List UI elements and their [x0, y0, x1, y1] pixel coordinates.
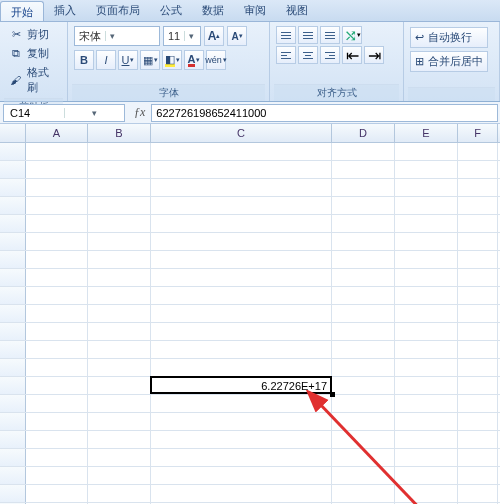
font-color-button[interactable]: A▾: [184, 50, 204, 70]
cell[interactable]: [88, 377, 151, 395]
cell[interactable]: [26, 161, 88, 179]
cell[interactable]: [151, 305, 332, 323]
cell[interactable]: [151, 467, 332, 485]
cell[interactable]: [458, 467, 498, 485]
cell[interactable]: [458, 161, 498, 179]
cell[interactable]: [151, 197, 332, 215]
cell[interactable]: [26, 305, 88, 323]
cell[interactable]: [26, 215, 88, 233]
cell[interactable]: [332, 377, 395, 395]
cell[interactable]: [332, 233, 395, 251]
cell[interactable]: [332, 395, 395, 413]
col-header-d[interactable]: D: [332, 124, 395, 142]
tab-formula[interactable]: 公式: [150, 0, 192, 21]
tab-view[interactable]: 视图: [276, 0, 318, 21]
cell[interactable]: [332, 359, 395, 377]
cell[interactable]: [151, 287, 332, 305]
cell[interactable]: [332, 269, 395, 287]
row-header[interactable]: [0, 287, 26, 304]
cell[interactable]: [88, 269, 151, 287]
cell[interactable]: [88, 341, 151, 359]
cell[interactable]: [151, 341, 332, 359]
cell[interactable]: [151, 269, 332, 287]
cell[interactable]: [395, 323, 458, 341]
shrink-font-button[interactable]: A▾: [227, 26, 247, 46]
cell[interactable]: [88, 179, 151, 197]
cell[interactable]: [395, 341, 458, 359]
cell[interactable]: [151, 143, 332, 161]
cell[interactable]: [458, 449, 498, 467]
grow-font-button[interactable]: A▴: [204, 26, 224, 46]
cell[interactable]: [26, 413, 88, 431]
cell[interactable]: [332, 485, 395, 503]
row-header[interactable]: [0, 449, 26, 466]
cell[interactable]: [88, 251, 151, 269]
cell[interactable]: [26, 395, 88, 413]
cell[interactable]: [458, 215, 498, 233]
cell[interactable]: [88, 233, 151, 251]
cell[interactable]: [88, 287, 151, 305]
decrease-indent-button[interactable]: ⇤: [342, 46, 362, 64]
cell[interactable]: [332, 431, 395, 449]
format-painter-button[interactable]: 🖌 格式刷: [6, 64, 61, 96]
cell[interactable]: [26, 233, 88, 251]
cell[interactable]: [151, 161, 332, 179]
cell[interactable]: [332, 467, 395, 485]
underline-button[interactable]: U▾: [118, 50, 138, 70]
cell[interactable]: [151, 377, 332, 395]
row-header[interactable]: [0, 215, 26, 232]
cell[interactable]: [332, 413, 395, 431]
col-header-b[interactable]: B: [88, 124, 151, 142]
phonetic-button[interactable]: wén▾: [206, 50, 226, 70]
cell[interactable]: [458, 305, 498, 323]
cell[interactable]: [332, 251, 395, 269]
cell[interactable]: [88, 197, 151, 215]
cell[interactable]: [332, 179, 395, 197]
cell[interactable]: [458, 341, 498, 359]
cell[interactable]: [26, 251, 88, 269]
cell[interactable]: [26, 467, 88, 485]
col-header-c[interactable]: C: [151, 124, 332, 142]
fx-icon[interactable]: ƒx: [128, 105, 151, 120]
cell[interactable]: [151, 233, 332, 251]
italic-button[interactable]: I: [96, 50, 116, 70]
row-header[interactable]: [0, 359, 26, 376]
cell[interactable]: [332, 197, 395, 215]
cell[interactable]: [151, 449, 332, 467]
cell[interactable]: [26, 377, 88, 395]
cell[interactable]: [26, 449, 88, 467]
cell[interactable]: [395, 161, 458, 179]
cell[interactable]: [395, 233, 458, 251]
align-center-button[interactable]: [298, 46, 318, 64]
cell[interactable]: [395, 485, 458, 503]
cell[interactable]: [88, 467, 151, 485]
cell[interactable]: [395, 395, 458, 413]
cell[interactable]: [395, 359, 458, 377]
row-header[interactable]: [0, 323, 26, 340]
row-header[interactable]: [0, 161, 26, 178]
cell[interactable]: [88, 161, 151, 179]
wrap-text-button[interactable]: ↩ 自动换行: [410, 27, 488, 48]
cell[interactable]: [151, 431, 332, 449]
cell[interactable]: [88, 359, 151, 377]
cell[interactable]: [26, 359, 88, 377]
worksheet[interactable]: A B C D E F 6.22726E+17: [0, 124, 500, 504]
align-left-button[interactable]: [276, 46, 296, 64]
select-all-corner[interactable]: [0, 124, 26, 142]
row-header[interactable]: [0, 431, 26, 448]
cell[interactable]: [332, 449, 395, 467]
cell[interactable]: [88, 305, 151, 323]
cell[interactable]: [26, 341, 88, 359]
cell[interactable]: [151, 215, 332, 233]
cell[interactable]: [332, 305, 395, 323]
cell[interactable]: [151, 413, 332, 431]
cell[interactable]: [26, 323, 88, 341]
cell[interactable]: [88, 413, 151, 431]
cell[interactable]: [88, 143, 151, 161]
cell[interactable]: [458, 143, 498, 161]
align-middle-button[interactable]: [298, 26, 318, 44]
cell[interactable]: [332, 161, 395, 179]
cell[interactable]: [395, 377, 458, 395]
cell[interactable]: [88, 395, 151, 413]
cell[interactable]: [88, 323, 151, 341]
